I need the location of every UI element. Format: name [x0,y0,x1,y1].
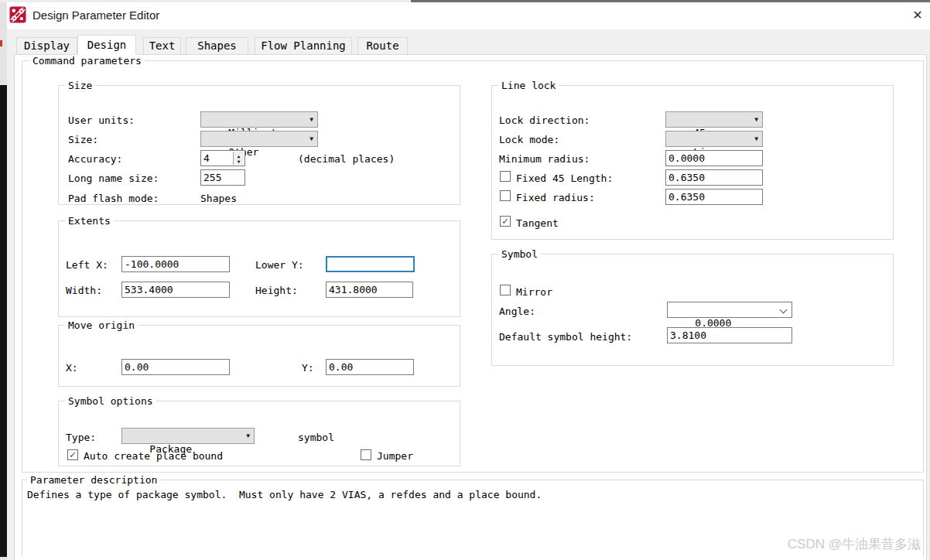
angle-label: Angle: [499,306,535,317]
fixed-radius-checkbox[interactable] [500,190,511,201]
screen: Design Parameter Editor ✕ Display Design… [0,0,930,560]
move-origin-x-input[interactable]: 0.00 [121,359,230,375]
backdrop-strip [0,557,7,560]
jumper-label: Jumper [377,450,413,462]
group-title: Parameter description [27,474,160,486]
lower-y-input[interactable]: -100.000 [326,256,415,272]
lock-direction-select[interactable]: 45 ▼ [665,111,763,128]
auto-create-place-bound-label: Auto create place bound [84,450,223,462]
height-label: Height: [255,285,298,296]
pad-flash-mode-label: Pad flash mode: [68,193,159,204]
minimum-radius-input[interactable]: 0.0000 [665,150,763,166]
type-suffix-label: symbol [298,432,334,443]
long-name-size-label: Long name size: [68,172,159,184]
group-title: Move origin [65,319,138,331]
accuracy-value: 4 [203,152,210,165]
backdrop-strip [0,85,7,557]
app-icon [9,6,26,23]
default-symbol-height-label: Default symbol height: [499,331,632,343]
close-icon[interactable]: ✕ [908,6,927,25]
type-label: Type: [66,432,96,443]
user-units-select[interactable]: Millimeter ▼ [200,111,318,128]
tab-flow-planning[interactable]: Flow Planning [255,37,352,55]
tab-design[interactable]: Design [77,35,136,55]
lock-mode-label: Lock mode: [499,134,559,145]
fixed-radius-label: Fixed radius: [516,192,595,203]
mirror-checkbox[interactable] [500,285,511,295]
dropdown-arrow-icon: ▼ [246,433,250,439]
accuracy-hint: (decimal places) [298,153,395,165]
move-origin-group: Move origin [58,325,460,387]
fixed-45-length-input[interactable]: 0.6350 [665,169,763,186]
type-select[interactable]: Package ▼ [121,428,255,444]
tab-display[interactable]: Display [16,37,77,55]
watermark: CSDN @牛油果昔多滋 [788,535,921,553]
tangent-label: Tangent [516,217,559,229]
left-x-label: Left X: [66,259,108,271]
backdrop-red-mark [0,40,2,46]
fixed-45-length-checkbox[interactable] [500,171,511,182]
group-title: Extents [65,215,114,227]
left-x-input[interactable]: -100.0000 [121,256,230,272]
auto-create-place-bound-checkbox[interactable]: ✓ [67,449,78,460]
group-title: Symbol options [65,395,156,407]
height-input[interactable]: 431.8000 [326,282,413,298]
chevron-down-icon [781,306,787,312]
dropdown-arrow-icon: ▼ [309,117,313,123]
lock-mode-select[interactable]: Line ▼ [665,131,763,147]
tab-route[interactable]: Route [357,37,408,55]
move-origin-y-input[interactable]: 0.00 [326,359,414,375]
dropdown-arrow-icon: ▼ [754,136,758,142]
user-units-label: User units: [68,114,135,126]
tangent-checkbox[interactable]: ✓ [500,216,511,227]
lock-direction-label: Lock direction: [499,114,590,126]
width-label: Width: [66,285,102,296]
fixed-radius-input[interactable]: 0.6350 [665,189,763,205]
check-icon: ✓ [68,450,77,459]
mirror-label: Mirror [516,286,552,298]
dropdown-arrow-icon: ▼ [754,117,758,123]
size-label: Size: [68,134,98,145]
group-title: Command parameters [29,55,145,67]
size-select[interactable]: Other ▼ [200,131,318,147]
move-origin-y-label: Y: [302,362,314,374]
minimum-radius-label: Minimum radius: [499,153,590,165]
default-symbol-height-input[interactable]: 3.8100 [667,327,792,343]
accuracy-stepper[interactable]: 4 ▲ ▼ [200,150,245,166]
group-title: Size [65,80,95,91]
tab-text[interactable]: Text [143,37,181,55]
group-title: Line lock [498,80,559,91]
spinner-buttons[interactable]: ▲ ▼ [233,152,244,165]
angle-combobox[interactable]: 0.0000 [667,302,792,318]
dropdown-arrow-icon: ▼ [309,136,313,142]
group-title: Symbol [498,248,541,260]
long-name-size-input[interactable]: 255 [200,169,245,186]
check-icon: ✓ [501,217,510,226]
spin-up-icon[interactable]: ▲ [238,153,241,159]
jumper-checkbox[interactable] [361,449,371,460]
tab-shapes[interactable]: Shapes [186,37,248,55]
move-origin-x-label: X: [66,362,78,374]
accuracy-label: Accuracy: [68,153,122,165]
spin-down-icon[interactable]: ▼ [238,159,241,164]
width-input[interactable]: 533.4000 [121,282,230,298]
pad-flash-mode-value: Shapes [200,193,237,204]
fixed-45-length-label: Fixed 45 Length: [516,172,613,184]
parameter-description-text: Defines a type of package symbol. Must o… [27,489,542,500]
window-title: Design Parameter Editor [32,9,159,22]
lower-y-label: Lower Y: [255,259,304,271]
